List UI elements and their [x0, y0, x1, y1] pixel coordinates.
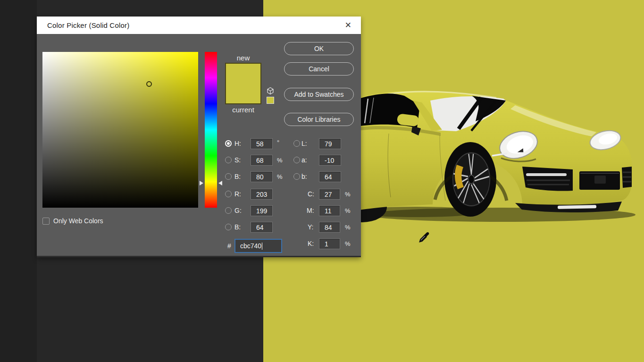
c-label: C:: [308, 189, 314, 200]
hex-prefix: #: [227, 241, 231, 252]
m-unit: %: [345, 205, 351, 216]
y-input[interactable]: [319, 222, 340, 233]
close-icon[interactable]: ✕: [343, 20, 353, 30]
y-label: Y:: [308, 222, 313, 233]
l-input[interactable]: [319, 138, 341, 149]
k-label: K:: [308, 238, 314, 249]
only-web-colors-option[interactable]: Only Web Colors: [42, 217, 103, 225]
new-color-label: new: [225, 54, 261, 62]
radio-rgb-b[interactable]: [225, 224, 232, 230]
r-input[interactable]: [251, 189, 273, 200]
h-unit: °: [277, 137, 279, 148]
k-input[interactable]: [319, 238, 340, 249]
gamut-warning-cube-icon[interactable]: [267, 87, 274, 95]
s-unit: %: [277, 155, 283, 166]
radio-h[interactable]: [225, 140, 232, 147]
eyedropper-cursor: [418, 231, 430, 244]
radio-s[interactable]: [225, 157, 232, 163]
color-picker-ring[interactable]: [146, 81, 152, 87]
g-label: G:: [234, 205, 242, 216]
lab-b-input[interactable]: [319, 171, 341, 182]
b-unit: %: [277, 171, 283, 182]
web-safe-swatch[interactable]: [267, 97, 274, 104]
hex-input[interactable]: cbc740: [234, 239, 282, 253]
lab-b-label: b:: [301, 171, 307, 182]
a-input[interactable]: [319, 155, 341, 166]
only-web-colors-checkbox[interactable]: [42, 218, 50, 225]
hue-slider-right-arrow[interactable]: [218, 181, 222, 185]
radio-lab-b[interactable]: [293, 173, 300, 180]
s-label: S:: [234, 155, 241, 166]
new-current-swatch[interactable]: [225, 63, 261, 104]
y-unit: %: [345, 222, 351, 233]
h-label: H:: [234, 138, 241, 149]
car-image: [360, 86, 638, 223]
dialog-body: new current OK Cancel Add to Swatches Co…: [37, 34, 361, 257]
radio-a[interactable]: [293, 157, 300, 163]
color-libraries-button[interactable]: Color Libraries: [284, 113, 354, 126]
color-picker-dialog: Color Picker (Solid Color) ✕ new current…: [37, 17, 361, 257]
add-to-swatches-button[interactable]: Add to Swatches: [284, 88, 354, 101]
radio-l[interactable]: [293, 140, 300, 147]
hex-value: cbc740: [240, 242, 261, 250]
r-label: R:: [234, 189, 241, 200]
radio-g[interactable]: [225, 207, 232, 214]
current-color-label: current: [221, 106, 265, 114]
dialog-title: Color Picker (Solid Color): [47, 21, 129, 29]
c-unit: %: [345, 189, 351, 200]
workspace-left-edge: [0, 0, 37, 362]
b-label: B:: [234, 171, 241, 182]
radio-r[interactable]: [225, 191, 232, 197]
ok-button[interactable]: OK: [284, 42, 354, 55]
hue-slider[interactable]: [205, 52, 217, 208]
c-input[interactable]: [319, 189, 340, 200]
cancel-button[interactable]: Cancel: [284, 62, 354, 76]
radio-b[interactable]: [225, 173, 232, 180]
dialog-titlebar[interactable]: Color Picker (Solid Color) ✕: [37, 17, 361, 34]
saturation-brightness-field[interactable]: [42, 52, 198, 208]
a-label: a:: [301, 155, 307, 166]
only-web-colors-label: Only Web Colors: [53, 217, 103, 225]
hue-slider-left-arrow[interactable]: [200, 181, 203, 185]
l-label: L:: [301, 138, 307, 149]
g-input[interactable]: [251, 205, 273, 216]
b-input[interactable]: [251, 171, 273, 182]
m-label: M:: [307, 205, 314, 216]
s-input[interactable]: [251, 155, 273, 166]
m-input[interactable]: [319, 205, 340, 216]
photoshop-window: Color Picker (Solid Color) ✕ new current…: [0, 0, 644, 362]
h-input[interactable]: [251, 138, 273, 149]
rgb-b-label: B:: [234, 222, 241, 233]
k-unit: %: [345, 238, 351, 249]
rgb-b-input[interactable]: [251, 222, 273, 233]
text-caret: [262, 243, 262, 250]
